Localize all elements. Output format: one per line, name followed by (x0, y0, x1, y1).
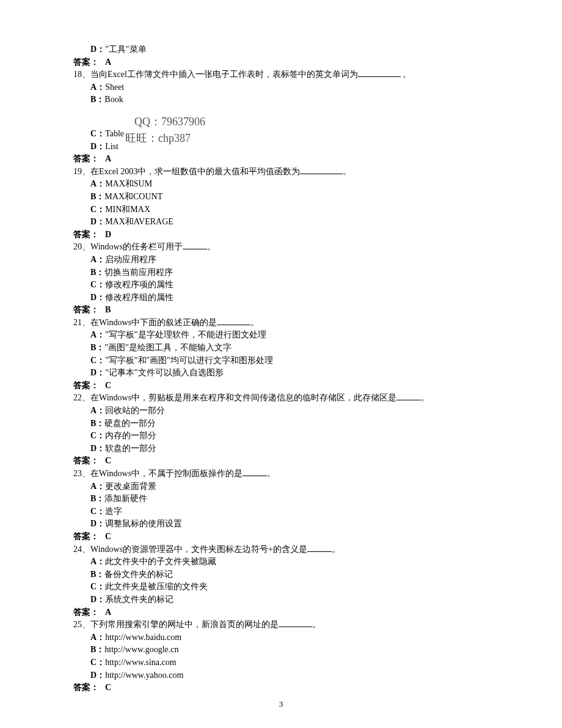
question-23: 23、在Windows中，不属于控制面板操作的是。 (73, 468, 489, 480)
q20-option-c: C：修改程序项的属性 (73, 279, 489, 291)
q25-answer: 答案：C (73, 682, 489, 694)
option-label-d: D： (90, 45, 105, 54)
q19-answer: 答案：D (73, 229, 489, 241)
q19-option-b: B：MAX和COUNT (73, 191, 489, 203)
blank (300, 166, 343, 174)
q19-option-d: D：MAX和AVERAGE (73, 216, 489, 228)
q21-option-a: A："写字板"是字处理软件，不能进行图文处理 (73, 329, 489, 341)
q24-option-d: D：系统文件夹的标记 (73, 594, 489, 606)
answer-value: A (105, 57, 111, 67)
document-page: D："工具"菜单 答案：A 18、当向Excel工作簿文件中插入一张电子工作表时… (0, 0, 562, 728)
q18-answer: 答案：A (73, 153, 489, 165)
q20-answer: 答案：B (73, 304, 489, 316)
q21-answer: 答案：C (73, 380, 489, 392)
q22-option-b: B：硬盘的一部分 (73, 417, 489, 430)
question-24: 24、Windows的资源管理器中，文件夹图标左边符号+的含义是。 (73, 543, 489, 556)
q19-option-a: A：MAX和SUM (73, 178, 489, 190)
q23-option-a: A：更改桌面背景 (73, 480, 489, 493)
q22-option-c: C：内存的一部分 (73, 430, 489, 442)
question-25: 25、下列常用搜索引擎的网址中，新浪首页的网址的是。 (73, 619, 489, 631)
blank (279, 619, 312, 628)
question-18: 18、当向Excel工作簿文件中插入一张电子工作表时，表标签中的英文单词为 。 (73, 68, 489, 81)
answer-label: 答案： (73, 57, 99, 67)
blank (243, 468, 267, 476)
q25-option-b: B：http://www.google.cn (73, 644, 489, 656)
q24-option-b: B：备份文件夹的标记 (73, 568, 489, 581)
q25-option-a: A：http://www.baidu.com (73, 631, 489, 644)
prior-answer: 答案：A (73, 56, 489, 68)
question-21: 21、在Windows中下面的叙述正确的是。 (73, 317, 489, 329)
blank (396, 392, 421, 401)
q20-option-a: A：启动应用程序 (73, 254, 489, 266)
q21-option-b: B："画图"是绘图工具，不能输入文字 (73, 342, 489, 354)
watermark-qq: QQ：79637906 (134, 114, 205, 130)
q21-option-c: C："写字板"和"画图"均可以进行文字和图形处理 (73, 355, 489, 367)
prior-option-d-text: "工具"菜单 (105, 45, 146, 54)
q24-option-a: A：此文件夹中的子文件夹被隐藏 (73, 556, 489, 568)
q24-option-c: C：此文件夹是被压缩的文件夹 (73, 581, 489, 593)
q23-option-c: C：造字 (73, 506, 489, 518)
q18-option-b: B：Book (73, 94, 489, 106)
q23-answer: 答案：C (73, 531, 489, 543)
q23-option-d: D：调整鼠标的使用设置 (73, 518, 489, 530)
q21-option-d: D："记事本"文件可以插入自选图形 (73, 367, 489, 379)
blank (307, 543, 332, 552)
q20-option-b: B：切换当前应用程序 (73, 267, 489, 279)
q25-option-d: D：http://www.yahoo.com (73, 669, 489, 682)
q18-after: 。 (401, 70, 412, 79)
q19-option-c: C：MIN和MAX (73, 204, 489, 216)
question-22: 22、在Windows中，剪贴板是用来在程序和文件间传递信息的临时存储区，此存储… (73, 392, 489, 404)
q22-option-d: D：软盘的一部分 (73, 443, 489, 455)
prior-option-d: D："工具"菜单 (73, 43, 489, 56)
question-19: 19、在Excel 2003中，求一组数值中的最大值和平均值函数为。 (73, 166, 489, 178)
q18-text: 当向Excel工作簿文件中插入一张电子工作表时，表标签中的英文单词为 (90, 70, 358, 79)
blank (183, 241, 207, 250)
blank (358, 69, 401, 78)
q18-option-a: A：Sheet (73, 81, 489, 94)
q25-option-c: C：http://www.sina.com (73, 656, 489, 669)
q24-answer: 答案：A (73, 606, 489, 619)
q18-num: 18、 (73, 70, 90, 79)
page-number: 3 (0, 699, 562, 710)
question-20: 20、Windows的任务栏可用于。 (73, 241, 489, 253)
q22-option-a: A：回收站的一部分 (73, 405, 489, 417)
q20-option-d: D：修改程序组的属性 (73, 292, 489, 304)
q22-answer: 答案：C (73, 455, 489, 467)
q23-option-b: B：添加新硬件 (73, 493, 489, 505)
blank (217, 317, 250, 325)
watermark-wangwang: 旺旺：chp387 (125, 131, 191, 146)
